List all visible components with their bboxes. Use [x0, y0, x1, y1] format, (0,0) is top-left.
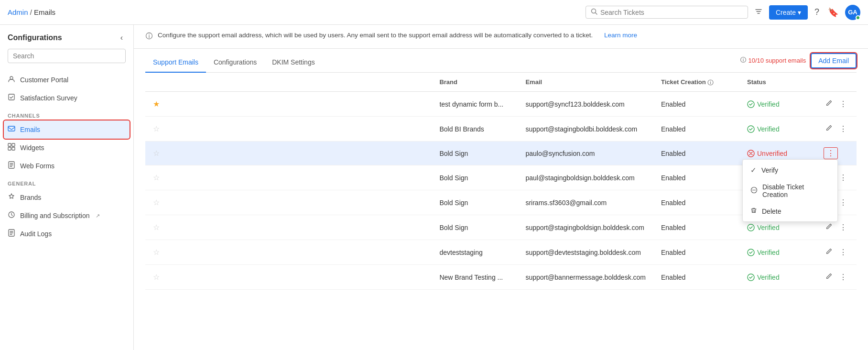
td-ticket-creation: Enabled: [653, 190, 739, 215]
emails-label: Emails: [20, 126, 40, 133]
td-ticket-creation: Enabled: [653, 92, 739, 117]
edit-button[interactable]: [824, 221, 835, 234]
widgets-label: Widgets: [20, 144, 44, 152]
sidebar-item-widgets[interactable]: Widgets: [0, 139, 133, 157]
td-star: ☆: [145, 165, 432, 190]
ticket-creation-info-icon[interactable]: [707, 78, 714, 86]
kebab-menu-button[interactable]: ⋮: [837, 171, 849, 184]
satisfaction-survey-label: Satisfaction Survey: [20, 94, 77, 102]
breadcrumb-admin[interactable]: Admin: [8, 8, 28, 16]
td-brand: devteststaging: [432, 240, 518, 265]
star-button[interactable]: ☆: [153, 149, 160, 157]
td-brand: Bold Sign: [432, 215, 518, 240]
table-row: ☆ Bold BI Brands support@stagingboldbi.b…: [145, 117, 857, 142]
kebab-menu-button[interactable]: ⋮: [837, 122, 849, 135]
edit-button[interactable]: [824, 98, 835, 110]
tab-dkim-settings[interactable]: DKIM Settings: [264, 53, 322, 73]
breadcrumb-sep: /: [30, 8, 34, 16]
star-button[interactable]: ☆: [153, 273, 160, 281]
td-email: paulo@syncfusion.com: [518, 142, 653, 165]
svg-rect-8: [12, 147, 15, 150]
td-ticket-creation: Enabled: [653, 240, 739, 265]
svg-point-24: [748, 249, 754, 256]
td-star: ☆: [145, 190, 432, 215]
action-icons: ⋮: [824, 221, 849, 234]
td-ticket-creation: Enabled: [653, 215, 739, 240]
delete-icon: [750, 207, 757, 215]
sidebar-item-emails[interactable]: Emails: [4, 120, 130, 139]
sidebar-item-brands[interactable]: Brands: [0, 188, 133, 207]
create-button[interactable]: Create ▾: [769, 5, 808, 20]
td-ticket-creation: Enabled: [653, 117, 739, 142]
search-tickets-input[interactable]: [600, 9, 743, 16]
svg-point-2: [10, 77, 13, 79]
sidebar-item-satisfaction-survey[interactable]: Satisfaction Survey: [0, 89, 133, 107]
td-ticket-creation: Enabled: [653, 265, 739, 290]
td-actions: ⋮: [816, 117, 857, 142]
main-layout: Configurations ‹ Customer Portal Satisfa…: [0, 25, 868, 350]
add-email-button[interactable]: Add Email: [811, 53, 857, 68]
sidebar-item-customer-portal[interactable]: Customer Portal: [0, 71, 133, 89]
external-link-icon: ↗: [96, 213, 100, 219]
td-star: ☆: [145, 240, 432, 265]
kebab-menu-button[interactable]: ⋮: [837, 221, 849, 234]
star-button[interactable]: ★: [153, 100, 160, 108]
td-star: ☆: [145, 215, 432, 240]
td-star: ☆: [145, 265, 432, 290]
kebab-menu-button[interactable]: ⋮: [837, 271, 849, 284]
bookmark-icon[interactable]: 🔖: [826, 5, 840, 20]
sidebar-item-audit-logs[interactable]: Audit Logs: [0, 225, 133, 243]
help-icon[interactable]: ?: [813, 5, 821, 19]
emails-table: Brand Email Ticket Creation Status: [145, 73, 857, 290]
dropdown-item-disable-ticket[interactable]: Disable Ticket Creation: [743, 179, 837, 203]
audit-logs-icon: [8, 229, 15, 239]
quota-text: 10/10 support emails: [749, 57, 806, 64]
kebab-menu-button[interactable]: ⋮: [837, 98, 849, 110]
td-email: paul@stagingboldsign.bolddesk.com: [518, 165, 653, 190]
sidebar-collapse-button[interactable]: ‹: [118, 33, 126, 43]
brands-icon: [8, 193, 15, 202]
kebab-menu-button[interactable]: ⋮: [837, 196, 849, 209]
star-button[interactable]: ☆: [153, 248, 160, 256]
star-button[interactable]: ☆: [153, 198, 160, 207]
customer-portal-label: Customer Portal: [20, 76, 68, 84]
widgets-icon: [8, 143, 15, 153]
edit-button[interactable]: [824, 271, 835, 284]
svg-rect-5: [8, 143, 11, 146]
td-ticket-creation: Enabled: [653, 142, 739, 165]
sidebar-item-billing[interactable]: Billing and Subscription ↗: [0, 207, 133, 225]
info-text: Configure the support email address, whi…: [158, 32, 593, 39]
dropdown-item-verify[interactable]: ✓ Verify: [743, 162, 837, 179]
td-brand: test dynamic form b...: [432, 92, 518, 117]
dropdown-item-delete[interactable]: Delete: [743, 203, 837, 219]
search-box: [586, 6, 748, 19]
td-actions: ⋮: [816, 92, 857, 117]
star-button[interactable]: ☆: [153, 125, 160, 133]
emails-table-container: Brand Email Ticket Creation Status: [145, 73, 857, 290]
disable-ticket-label: Disable Ticket Creation: [762, 183, 830, 198]
sidebar-item-web-forms[interactable]: Web Forms: [0, 157, 133, 175]
td-brand: Bold Sign: [432, 190, 518, 215]
emails-icon: [8, 125, 15, 134]
avatar[interactable]: GA: [845, 5, 860, 20]
edit-button[interactable]: [824, 122, 835, 135]
td-ticket-creation: Enabled: [653, 165, 739, 190]
learn-more-link[interactable]: Learn more: [604, 32, 637, 39]
star-button[interactable]: ☆: [153, 174, 160, 182]
sidebar-search-input[interactable]: [13, 52, 120, 60]
avatar-status-dot: [856, 15, 860, 20]
tab-support-emails[interactable]: Support Emails: [145, 53, 206, 73]
kebab-menu-button[interactable]: ⋮: [837, 246, 849, 259]
edit-button[interactable]: [824, 246, 835, 259]
td-brand: Bold Sign: [432, 165, 518, 190]
filter-icon[interactable]: [753, 6, 764, 19]
tab-configurations[interactable]: Configurations: [206, 53, 264, 73]
kebab-menu-button[interactable]: ⋮: [824, 147, 838, 159]
th-email: Email: [518, 73, 653, 92]
svg-point-18: [748, 126, 754, 132]
star-button[interactable]: ☆: [153, 223, 160, 231]
tab-actions: 10/10 support emails Add Email: [740, 53, 857, 72]
td-actions: ⋮ ✓ Verify Disable Ticket Creation: [816, 142, 857, 165]
action-icons: ⋮: [824, 246, 849, 259]
dropdown-wrapper: ⋮ ✓ Verify Disable Ticket Creation: [824, 147, 838, 159]
